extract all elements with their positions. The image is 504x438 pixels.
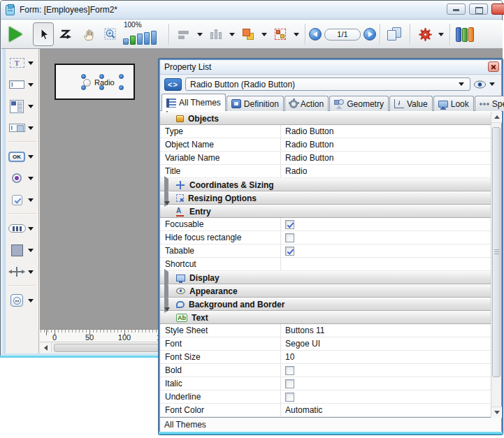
tab-specific[interactable]: Specific xyxy=(475,96,504,111)
zoom-scale-control[interactable]: 100% xyxy=(123,22,164,47)
object-nav-button[interactable]: <> xyxy=(164,78,182,91)
tab-value[interactable]: Value xyxy=(389,96,433,111)
chevron-down-icon[interactable] xyxy=(28,83,34,87)
tab-all-themes[interactable]: All Themes xyxy=(161,94,226,111)
distribute-dropdown-arrow[interactable] xyxy=(229,33,235,36)
vertical-scrollbar[interactable] xyxy=(491,112,501,418)
checkbox-italic[interactable] xyxy=(285,379,294,388)
property-value-hide-focus-rectangle[interactable] xyxy=(281,231,491,244)
sidebar-tool-plugin-area[interactable] xyxy=(7,292,38,309)
move-tool-button[interactable] xyxy=(78,22,99,46)
execute-form-button[interactable] xyxy=(5,22,26,46)
view-options-button[interactable] xyxy=(474,80,497,89)
chevron-down-icon[interactable] xyxy=(28,270,34,274)
property-value-object-name[interactable]: Radio Button xyxy=(281,138,491,151)
chevron-down-icon[interactable] xyxy=(28,249,34,252)
property-value-font[interactable]: Segoe UI xyxy=(281,337,491,350)
checkbox-bold[interactable] xyxy=(285,366,294,375)
sidebar-tool-button-grid[interactable] xyxy=(7,220,38,237)
maximize-button[interactable] xyxy=(469,3,488,15)
selection-handle[interactable] xyxy=(119,85,124,90)
properties-dropdown-arrow[interactable] xyxy=(438,33,444,36)
property-value-tabable[interactable] xyxy=(281,244,491,257)
property-value-style-sheet[interactable]: Buttons 11 xyxy=(281,324,491,337)
duplicate-dropdown-arrow[interactable] xyxy=(294,33,299,36)
chevron-down-icon[interactable] xyxy=(28,105,34,108)
property-value-shortcut[interactable] xyxy=(281,258,491,270)
page-indicator[interactable]: 1/1 xyxy=(324,29,361,41)
library-button[interactable] xyxy=(454,22,475,46)
radio-widget-label[interactable]: Radio xyxy=(94,78,115,87)
sidebar-tool-text[interactable]: T xyxy=(7,54,38,71)
tab-action[interactable]: Action xyxy=(285,96,329,111)
section-header-coordinates-and-sizing[interactable]: Coordinates & Sizing xyxy=(160,178,491,191)
checkbox-tabable[interactable] xyxy=(285,247,294,256)
chevron-down-icon[interactable] xyxy=(28,177,34,180)
section-header-entry[interactable]: AEntry xyxy=(160,205,491,218)
chevron-down-icon[interactable] xyxy=(28,126,34,130)
duplicate-many-button[interactable] xyxy=(270,22,291,46)
section-header-text[interactable]: AbText xyxy=(160,311,491,324)
chevron-down-icon[interactable] xyxy=(28,299,34,302)
section-header-resizing-options[interactable]: Resizing Options xyxy=(160,191,491,205)
property-value-italic[interactable] xyxy=(281,377,491,390)
property-list-close-button[interactable] xyxy=(488,61,499,72)
property-value-font-color[interactable]: Automatic xyxy=(281,404,491,416)
collapse-arrow-icon[interactable] xyxy=(164,201,170,217)
property-value-type[interactable]: Radio Button xyxy=(281,125,491,138)
chevron-down-icon[interactable] xyxy=(28,227,34,231)
selection-handle[interactable] xyxy=(99,85,104,90)
close-button[interactable] xyxy=(491,3,504,15)
display-pages-button[interactable] xyxy=(384,22,405,46)
section-header-background-and-border[interactable]: Background and Border xyxy=(160,298,491,311)
scroll-up-button[interactable] xyxy=(491,112,502,123)
selection-handle[interactable] xyxy=(81,85,86,90)
sidebar-tool-list-box[interactable] xyxy=(7,98,38,115)
horizontal-scroll-thumb[interactable] xyxy=(54,344,159,352)
selection-handle[interactable] xyxy=(99,74,104,79)
manage-planes-button[interactable] xyxy=(238,22,259,46)
align-button[interactable] xyxy=(173,22,194,46)
selection-handle[interactable] xyxy=(81,74,86,79)
sidebar-tool-combo-box[interactable]: I xyxy=(7,119,38,136)
checkbox-hide-focus-rectangle[interactable] xyxy=(285,233,294,242)
vertical-scroll-thumb[interactable] xyxy=(492,127,501,377)
sidebar-tool-input-field[interactable]: I xyxy=(7,76,38,93)
object-selector-combobox[interactable]: Radio Button (Radio Button) xyxy=(185,78,470,91)
tab-definition[interactable]: Definition xyxy=(226,96,284,111)
section-header-display[interactable]: Display xyxy=(160,271,491,284)
scroll-down-button[interactable] xyxy=(491,407,502,418)
chevron-down-icon[interactable] xyxy=(28,61,34,65)
section-header-appearance[interactable]: Appearance xyxy=(160,284,491,298)
property-value-title[interactable]: Radio xyxy=(281,165,491,177)
sidebar-tool-button[interactable]: OK xyxy=(7,148,38,165)
chevron-down-icon[interactable] xyxy=(28,198,34,202)
property-value-bold[interactable] xyxy=(281,364,491,377)
tab-geometry[interactable]: Geometry xyxy=(329,96,389,111)
section-header-objects[interactable]: Objects xyxy=(160,112,491,125)
zoom-tool-button[interactable] xyxy=(100,22,121,46)
sidebar-tool-radio-button[interactable] xyxy=(7,170,38,187)
distribute-button[interactable] xyxy=(206,22,226,46)
collapse-arrow-icon[interactable] xyxy=(164,307,170,323)
align-dropdown-arrow[interactable] xyxy=(197,33,203,36)
entry-order-tool-button[interactable] xyxy=(55,22,76,46)
sidebar-tool-rectangle[interactable] xyxy=(7,242,38,258)
form-properties-button[interactable] xyxy=(415,22,435,46)
property-value-underline[interactable] xyxy=(281,390,491,403)
selection-handle[interactable] xyxy=(119,74,124,79)
checkbox-underline[interactable] xyxy=(285,393,294,402)
property-value-focusable[interactable] xyxy=(281,218,491,231)
checkbox-focusable[interactable] xyxy=(285,220,294,229)
sidebar-tool-check-box[interactable] xyxy=(7,191,38,208)
property-value-variable-name[interactable]: Radio Button xyxy=(281,152,491,164)
tab-look[interactable]: Look xyxy=(433,96,474,111)
previous-page-button[interactable] xyxy=(309,28,322,41)
planes-dropdown-arrow[interactable] xyxy=(261,33,267,36)
minimize-button[interactable] xyxy=(447,3,466,15)
property-list-titlebar[interactable]: Property List xyxy=(160,60,501,75)
chevron-down-icon[interactable] xyxy=(28,155,34,159)
sidebar-tool-splitter[interactable] xyxy=(7,263,38,280)
next-page-button[interactable] xyxy=(363,28,376,41)
property-value-font-size[interactable]: 10 xyxy=(281,351,491,363)
